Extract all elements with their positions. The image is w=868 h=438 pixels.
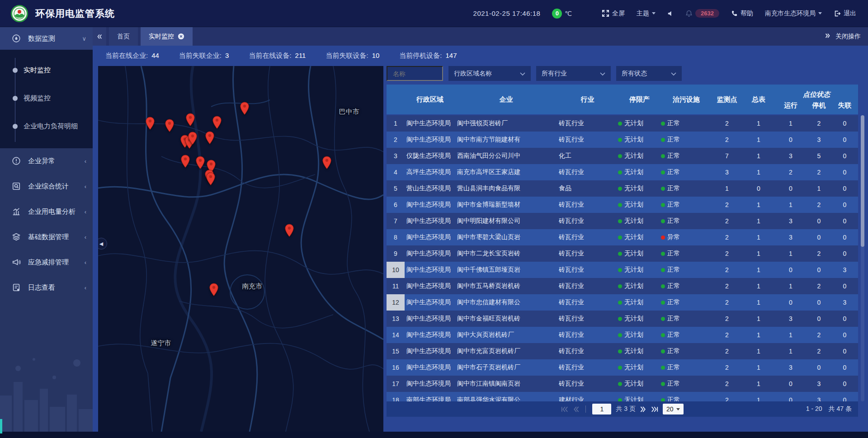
theme-menu-button[interactable]: 主题 bbox=[637, 9, 656, 18]
map-pin-icon[interactable] bbox=[206, 172, 216, 188]
first-page-button[interactable] bbox=[561, 406, 568, 412]
table-row[interactable]: 13 阆中生态环境局 阆中市金福旺页岩机砖 砖瓦行业 无计划 正常 2 1 3 … bbox=[387, 311, 858, 327]
sidebar-group-layers[interactable]: 基础数据管理 ‹ bbox=[0, 224, 93, 250]
cell-monitor-count: 2 bbox=[712, 229, 742, 245]
map-pin-icon[interactable] bbox=[209, 283, 219, 298]
status-dot-icon bbox=[661, 203, 665, 207]
scrollbar-thumb[interactable] bbox=[861, 115, 864, 247]
topbar-right-cluster: 2021-02-25 17:46:18 0 ℃ 全屏 主题 bbox=[473, 9, 868, 19]
map-pin-icon[interactable] bbox=[284, 224, 294, 239]
table-row[interactable]: 18 南部生态环境局 南部县强华水泥有限公 建材行业 无计划 正常 2 1 0 … bbox=[387, 392, 858, 401]
map-pin-icon[interactable] bbox=[188, 132, 197, 147]
tab-home[interactable]: 首页 bbox=[109, 27, 138, 46]
notifications-button[interactable]: 2632 bbox=[685, 9, 719, 18]
cell-meter-count: 1 bbox=[742, 311, 775, 327]
cell-lost-count: 0 bbox=[831, 164, 858, 180]
map-pin-icon[interactable] bbox=[181, 155, 190, 170]
table-row[interactable]: 7 阆中生态环境局 阆中明阳建材有限公司 砖瓦行业 无计划 正常 2 1 3 0… bbox=[387, 213, 858, 229]
cell-meter-count: 1 bbox=[742, 343, 775, 359]
cell-halt-count: 2 bbox=[807, 327, 831, 343]
sidebar-subitem[interactable]: 视频监控 bbox=[0, 84, 93, 112]
logout-button[interactable]: 退出 bbox=[834, 9, 856, 18]
table-row[interactable]: 12 阆中生态环境局 阆中市忠信建材有限公 砖瓦行业 无计划 正常 2 1 0 … bbox=[387, 294, 858, 311]
cell-run-count: 0 bbox=[775, 262, 807, 278]
sidebar-group-alert-circle[interactable]: 企业异常 ‹ bbox=[0, 148, 93, 174]
status-dot-icon bbox=[618, 170, 622, 174]
map-pin-icon[interactable] bbox=[195, 156, 205, 171]
page-number-input[interactable] bbox=[592, 404, 611, 414]
tab-realtime-monitoring[interactable]: 实时监控 bbox=[141, 27, 193, 46]
cell-lost-count: 0 bbox=[831, 392, 858, 401]
cell-company: 阆中市江南镇阆南页岩 bbox=[455, 376, 557, 392]
tabs-scroll-right-button[interactable] bbox=[825, 33, 831, 40]
table-row[interactable]: 5 营山生态环境局 营山县润丰肉食品有限 食品 无计划 正常 1 0 0 1 0 bbox=[387, 180, 858, 197]
table-row[interactable]: 17 阆中生态环境局 阆中市江南镇阆南页岩 砖瓦行业 无计划 正常 2 1 0 … bbox=[387, 376, 858, 392]
limit-status-text: 无计划 bbox=[624, 152, 643, 160]
limit-status-text: 无计划 bbox=[624, 217, 643, 225]
table-row[interactable]: 11 阆中生态环境局 阆中市五马桥页岩机砖 砖瓦行业 无计划 正常 2 1 1 … bbox=[387, 278, 858, 294]
table-row[interactable]: 16 阆中生态环境局 阆中市石子页岩机砖厂 砖瓦行业 无计划 正常 2 1 3 … bbox=[387, 359, 858, 376]
help-button[interactable]: 帮助 bbox=[731, 9, 753, 18]
org-account-menu[interactable]: 南充市生态环境局 bbox=[765, 9, 822, 18]
cell-facility-status: 正常 bbox=[661, 213, 712, 229]
table-row[interactable]: 4 高坪生态环境局 南充市高坪区王家店建 砖瓦行业 无计划 正常 3 1 2 2… bbox=[387, 164, 858, 180]
last-page-button[interactable] bbox=[651, 406, 658, 412]
tab-close-icon[interactable] bbox=[178, 33, 184, 40]
table-row[interactable]: 9 阆中生态环境局 阆中市二龙长宝页岩砖 砖瓦行业 无计划 正常 2 1 1 2… bbox=[387, 245, 858, 262]
sound-mute-button[interactable] bbox=[667, 10, 674, 17]
sidebar-group-stats[interactable]: 企业综合统计 ‹ bbox=[0, 174, 93, 199]
map-pin-icon[interactable] bbox=[165, 119, 174, 134]
header-company: 企业 bbox=[455, 85, 557, 114]
facility-status-text: 正常 bbox=[667, 331, 680, 339]
table-row[interactable]: 15 阆中生态环境局 阆中市光富页岩机砖厂 砖瓦行业 无计划 正常 2 1 1 … bbox=[387, 343, 858, 359]
cell-region: 阆中生态环境局 bbox=[405, 343, 455, 359]
region-select[interactable]: 行政区域名称 bbox=[448, 66, 531, 81]
limit-status-text: 无计划 bbox=[624, 136, 643, 144]
close-operations-button[interactable]: 关闭操作 bbox=[835, 33, 861, 41]
table-row[interactable]: 1 阆中生态环境局 阆中强锐页岩砖厂 砖瓦行业 无计划 正常 2 1 1 2 0 bbox=[387, 115, 858, 132]
cell-limit-status: 无计划 bbox=[618, 148, 661, 164]
facility-status-text: 正常 bbox=[667, 298, 680, 306]
map-pin-icon[interactable] bbox=[185, 113, 195, 128]
cell-facility-status: 正常 bbox=[661, 359, 712, 376]
fullscreen-button[interactable]: 全屏 bbox=[602, 9, 625, 18]
sidebar-group-log[interactable]: 日志查看 ‹ bbox=[0, 275, 93, 300]
table-row[interactable]: 3 仪陇生态环境局 西南油气田分公司川中 化工 无计划 正常 7 1 3 5 0 bbox=[387, 148, 858, 164]
table-row[interactable]: 14 阆中生态环境局 阆中大兴页岩机砖厂 砖瓦行业 无计划 正常 2 1 1 2… bbox=[387, 327, 858, 343]
temperature-value-badge: 0 bbox=[552, 9, 562, 19]
name-search-input[interactable] bbox=[387, 66, 443, 81]
cell-industry: 砖瓦行业 bbox=[557, 343, 618, 359]
sidebar-group-data-monitoring[interactable]: 数据监测 ∨ bbox=[0, 27, 93, 50]
map-pin-icon[interactable] bbox=[322, 156, 332, 171]
sidebar-group-bar-chart[interactable]: 企业用电量分析 ‹ bbox=[0, 199, 93, 224]
cell-halt-count: 0 bbox=[807, 229, 831, 245]
facility-status-text: 正常 bbox=[667, 315, 680, 323]
cell-region: 阆中生态环境局 bbox=[405, 229, 455, 245]
tabs-scroll-left-button[interactable] bbox=[93, 27, 106, 46]
map-pin-icon[interactable] bbox=[205, 131, 214, 146]
map-pin-icon[interactable] bbox=[240, 102, 249, 117]
table-row[interactable]: 10 阆中生态环境局 阆中千佛镇五郎垭页岩 砖瓦行业 无计划 正常 2 1 0 … bbox=[387, 262, 858, 278]
table-scrollbar[interactable] bbox=[861, 115, 864, 401]
cell-index: 14 bbox=[387, 327, 405, 343]
table-row[interactable]: 6 阆中生态环境局 阆中市金博瑞新型墙材 砖瓦行业 无计划 正常 2 1 1 2… bbox=[387, 197, 858, 213]
cell-facility-status: 正常 bbox=[661, 115, 712, 132]
sidebar-subitem[interactable]: 企业电力负荷明细 bbox=[0, 112, 93, 140]
app-logo-icon bbox=[11, 5, 28, 22]
industry-select[interactable]: 所有行业 bbox=[536, 66, 611, 81]
previous-page-button[interactable] bbox=[573, 406, 579, 412]
sidebar-group-megaphone[interactable]: 应急减排管理 ‹ bbox=[0, 250, 93, 275]
sidebar-subitem[interactable]: 实时监控 bbox=[0, 56, 93, 84]
map[interactable]: ◀ 巴中市南充市遂宁市 bbox=[98, 66, 383, 432]
map-pin-icon[interactable] bbox=[145, 117, 155, 132]
limit-status-text: 无计划 bbox=[624, 250, 643, 258]
table-row[interactable]: 8 阆中生态环境局 阆中市枣碧大梁山页岩 砖瓦行业 无计划 异常 2 1 3 0… bbox=[387, 229, 858, 245]
page-size-select[interactable]: 20 bbox=[663, 404, 684, 414]
table-row[interactable]: 2 阆中生态环境局 阆中市南方节能建材有 砖瓦行业 无计划 正常 2 1 0 3… bbox=[387, 132, 858, 148]
status-select[interactable]: 所有状态 bbox=[616, 66, 682, 81]
next-page-button[interactable] bbox=[640, 406, 646, 412]
limit-status-text: 无计划 bbox=[624, 233, 643, 241]
cell-monitor-count: 2 bbox=[712, 311, 742, 327]
cell-company: 阆中市忠信建材有限公 bbox=[455, 294, 557, 311]
map-pin-icon[interactable] bbox=[212, 116, 222, 131]
